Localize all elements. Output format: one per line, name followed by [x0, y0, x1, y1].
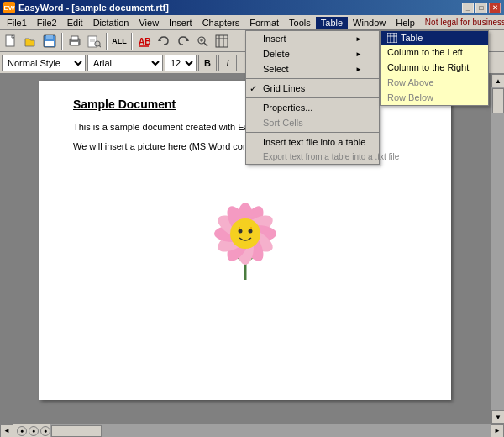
nav-dots: ● ● ● — [17, 426, 50, 436]
svg-line-13 — [99, 45, 101, 47]
menu-help[interactable]: Help — [391, 17, 420, 29]
svg-point-41 — [249, 229, 253, 233]
menu-bar: File1 File2 Edit Dictation View Insert C… — [0, 15, 504, 30]
menu-edit[interactable]: Edit — [62, 17, 88, 29]
doc-page: Sample Document This is a sample documen… — [39, 81, 451, 400]
doc-title: Sample Document — [73, 97, 417, 111]
h-scrollbar: ◄ ● ● ● ► — [0, 424, 504, 437]
close-button[interactable]: ✕ — [489, 3, 501, 13]
insert-table-button[interactable] — [213, 32, 231, 50]
v-scrollbar: ▲ ▼ — [491, 74, 504, 424]
title-bar: EW EasyWord - [sample document.rtf] _ □ … — [0, 0, 504, 15]
preview-button[interactable] — [85, 32, 103, 50]
format-bar: Normal Style Arial 12 B I — [0, 52, 504, 74]
minimize-button[interactable]: _ — [462, 3, 474, 13]
svg-text:ABC: ABC — [139, 37, 151, 46]
size-select[interactable]: 12 — [165, 55, 197, 71]
svg-rect-7 — [71, 36, 78, 40]
svg-point-39 — [230, 218, 260, 249]
title-text: EasyWord - [sample document.rtf] — [18, 3, 169, 13]
nav-dot1[interactable]: ● — [17, 426, 27, 436]
separator3 — [131, 33, 133, 50]
maximize-button[interactable]: □ — [475, 3, 487, 13]
open-button[interactable] — [21, 32, 39, 50]
scroll-down-button[interactable]: ▼ — [491, 410, 504, 424]
h-scroll-track — [50, 424, 491, 438]
bold-button[interactable]: B — [198, 55, 217, 71]
spell-button[interactable]: ABC — [135, 32, 154, 50]
nav-dot3[interactable]: ● — [40, 426, 50, 436]
scroll-left-button[interactable]: ◄ — [0, 424, 13, 438]
menu-file2[interactable]: File2 — [32, 17, 62, 29]
menu-tools[interactable]: Tools — [284, 17, 316, 29]
menu-file1[interactable]: File1 — [2, 17, 32, 29]
doc-scroll[interactable]: Sample Document This is a sample documen… — [0, 74, 491, 424]
new-button[interactable] — [2, 32, 20, 50]
doc-text2: We will insert a picture here (MS Word c… — [73, 140, 417, 153]
menu-table[interactable]: Table — [316, 17, 348, 29]
svg-line-19 — [204, 43, 207, 46]
menu-chapters[interactable]: Chapters — [197, 17, 245, 29]
all-button[interactable]: ALL — [110, 32, 129, 50]
svg-rect-22 — [216, 35, 228, 47]
doc-text1: This is a sample document created with E… — [73, 121, 417, 134]
window-controls: _ □ ✕ — [462, 3, 501, 13]
nav-dot2[interactable]: ● — [29, 426, 39, 436]
separator2 — [106, 33, 108, 50]
h-scroll-thumb[interactable] — [51, 425, 102, 437]
zoom-button[interactable] — [193, 32, 212, 50]
scroll-thumb[interactable] — [492, 88, 504, 113]
svg-point-43 — [250, 227, 252, 229]
menu-insert[interactable]: Insert — [164, 17, 197, 29]
flower-image — [73, 162, 417, 297]
doc-and-scroll: Sample Document This is a sample documen… — [0, 74, 504, 424]
svg-rect-5 — [45, 41, 54, 46]
redo-button[interactable] — [174, 32, 192, 50]
scroll-right-button[interactable]: ► — [491, 424, 504, 438]
svg-rect-4 — [46, 35, 53, 39]
svg-rect-8 — [71, 42, 78, 45]
undo-button[interactable] — [155, 32, 173, 50]
scroll-track — [491, 87, 504, 410]
print-button[interactable] — [66, 32, 84, 50]
font-select[interactable]: Arial — [87, 55, 163, 71]
toolbar: ALL ABC — [0, 30, 504, 52]
style-select[interactable]: Normal Style — [2, 55, 86, 71]
app-icon: EW — [3, 2, 15, 13]
menu-window[interactable]: Window — [348, 17, 391, 29]
save-button[interactable] — [40, 32, 59, 50]
menu-notice: Not legal for business use - Must Purcha… — [420, 17, 504, 28]
scroll-up-button[interactable]: ▲ — [491, 74, 504, 87]
menu-format[interactable]: Format — [244, 17, 284, 29]
menu-dictation[interactable]: Dictation — [88, 17, 134, 29]
menu-view[interactable]: View — [134, 17, 164, 29]
main-content: Sample Document This is a sample documen… — [0, 74, 504, 437]
italic-button[interactable]: I — [218, 55, 237, 71]
separator1 — [61, 33, 63, 50]
svg-point-42 — [239, 227, 240, 229]
svg-point-40 — [239, 229, 243, 233]
